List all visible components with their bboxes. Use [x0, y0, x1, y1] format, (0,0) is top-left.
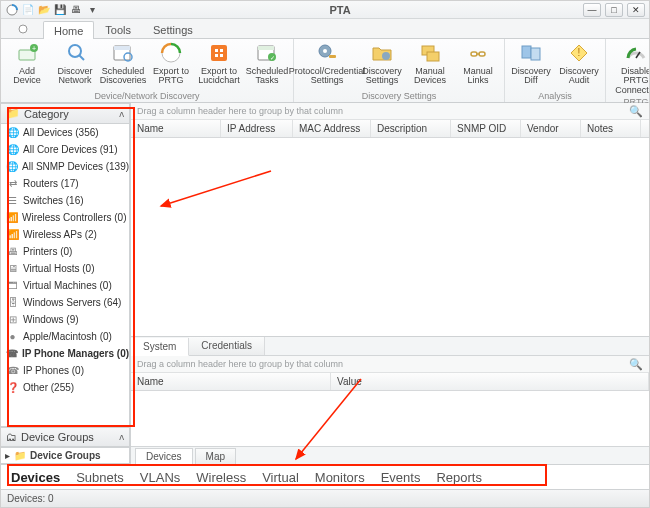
- grid-col[interactable]: MAC Address: [293, 120, 371, 137]
- minimize-button[interactable]: —: [583, 3, 601, 17]
- protocol-credential-button[interactable]: Protocol/Credential Settings: [296, 39, 358, 88]
- svg-rect-13: [220, 49, 223, 52]
- detail-body[interactable]: [131, 391, 649, 446]
- tree-item[interactable]: 🗄Windows Servers (64): [1, 294, 129, 311]
- detail-col-value[interactable]: Value: [331, 373, 649, 390]
- grid-group-hint[interactable]: Drag a column header here to group by th…: [131, 103, 649, 120]
- scheduled-tasks-button[interactable]: ✓Scheduled Tasks: [243, 39, 291, 88]
- tree-item[interactable]: ⇄Routers (17): [1, 175, 129, 192]
- wifi-icon: 📶: [6, 228, 19, 241]
- tree-item-label: Printers (0): [23, 246, 72, 257]
- grid-columns-row: NameIP AddressMAC AddressDescriptionSNMP…: [131, 120, 649, 138]
- svg-rect-29: [522, 46, 531, 58]
- other-icon: ❓: [6, 381, 19, 394]
- discovery-diff-button[interactable]: Discovery Diff: [507, 39, 555, 88]
- close-button[interactable]: ✕: [627, 3, 645, 17]
- tree-item[interactable]: ❓Other (255): [1, 379, 129, 396]
- tree-item[interactable]: 🌐All Core Devices (91): [1, 141, 129, 158]
- bignav-vlans[interactable]: VLANs: [140, 470, 180, 485]
- tree-item[interactable]: 📶Wireless Controllers (0): [1, 209, 129, 226]
- grid-col[interactable]: Vendor: [521, 120, 581, 137]
- sidebar: 📁 Category ʌ 🌐All Devices (356)🌐All Core…: [1, 103, 131, 464]
- category-header[interactable]: 📁 Category ʌ: [1, 103, 130, 124]
- audit-icon: !: [567, 41, 591, 65]
- ribbon-tab-home[interactable]: Home: [43, 21, 94, 39]
- bignav-subnets[interactable]: Subnets: [76, 470, 124, 485]
- discovery-settings-button[interactable]: Discovery Settings: [358, 39, 406, 88]
- expand-icon[interactable]: ▸: [5, 450, 10, 461]
- device-groups-root[interactable]: ▸ 📁 Device Groups: [1, 447, 130, 464]
- folder-gear-icon: [370, 41, 394, 65]
- tree-item[interactable]: ☰Switches (16): [1, 192, 129, 209]
- server-icon: 🗄: [6, 296, 19, 309]
- grid-col[interactable]: IP Address: [221, 120, 293, 137]
- tree-item[interactable]: ⊞Windows (9): [1, 311, 129, 328]
- qat-save-icon[interactable]: 💾: [53, 3, 67, 17]
- detail-tab-credentials[interactable]: Credentials: [189, 337, 265, 355]
- qat-new-icon[interactable]: 📄: [21, 3, 35, 17]
- export-lucidchart-icon: [207, 41, 231, 65]
- maximize-button[interactable]: □: [605, 3, 623, 17]
- qat-dropdown-icon[interactable]: ▾: [85, 3, 99, 17]
- disable-prtg-button[interactable]: Disable PRTG Connector: [608, 39, 650, 97]
- detail-columns-row: Name Value: [131, 373, 649, 391]
- grid-col[interactable]: Notes: [581, 120, 641, 137]
- tree-item[interactable]: ☎IP Phone Managers (0): [1, 345, 129, 362]
- grid-col[interactable]: Description: [371, 120, 451, 137]
- bignav-reports[interactable]: Reports: [436, 470, 482, 485]
- tree-item[interactable]: 📶Wireless APs (2): [1, 226, 129, 243]
- printer-icon: 🖶: [6, 245, 19, 258]
- manual-links-button[interactable]: Manual Links: [454, 39, 502, 88]
- svg-rect-17: [258, 46, 274, 50]
- big-nav: DevicesSubnetsVLANsWirelessVirtualMonito…: [1, 464, 649, 490]
- tree-item[interactable]: 🌐All Devices (356): [1, 124, 129, 141]
- folder-yellow-icon: 📁: [14, 450, 26, 461]
- bignav-events[interactable]: Events: [381, 470, 421, 485]
- vhost-icon: 🖥: [6, 262, 19, 275]
- tree-item[interactable]: 🖥Virtual Hosts (0): [1, 260, 129, 277]
- discover-network-button[interactable]: Discover Network: [51, 39, 99, 88]
- export-prtg-button[interactable]: Export to PRTG: [147, 39, 195, 88]
- bignav-virtual[interactable]: Virtual: [262, 470, 299, 485]
- tree-item[interactable]: 🌐All SNMP Devices (139): [1, 158, 129, 175]
- tree-item[interactable]: 🗔Virtual Machines (0): [1, 277, 129, 294]
- ribbon-group-prtg: Disable PRTG Connector PRTG: [606, 39, 650, 102]
- export-lucidchart-button[interactable]: Export to Lucidchart: [195, 39, 243, 88]
- grid-body[interactable]: [131, 138, 649, 336]
- svg-text:!: !: [578, 47, 581, 58]
- ribbon-tab-strip: Home Tools Settings: [1, 19, 649, 39]
- ribbon-tab-tools[interactable]: Tools: [94, 20, 142, 38]
- bignav-wireless[interactable]: Wireless: [196, 470, 246, 485]
- ribbon-tab-settings[interactable]: Settings: [142, 20, 204, 38]
- globe-icon: 🌐: [6, 126, 19, 139]
- qat-print-icon[interactable]: 🖶: [69, 3, 83, 17]
- discovery-audit-button[interactable]: !Discovery Audit: [555, 39, 603, 88]
- grid-col[interactable]: Name: [131, 120, 221, 137]
- add-device-icon: +: [15, 41, 39, 65]
- svg-point-23: [382, 52, 390, 60]
- manual-devices-button[interactable]: Manual Devices: [406, 39, 454, 88]
- tree-item-label: Wireless APs (2): [23, 229, 97, 240]
- chevron-up-icon: ʌ: [119, 432, 124, 442]
- detail-group-hint[interactable]: Drag a column header here to group by th…: [131, 356, 649, 373]
- status-text: Devices: 0: [7, 493, 54, 504]
- bottom-tab-devices[interactable]: Devices: [135, 448, 193, 464]
- grid-col[interactable]: SNMP OID: [451, 120, 521, 137]
- detail-tab-system[interactable]: System: [131, 338, 189, 356]
- tree-item[interactable]: 🖶Printers (0): [1, 243, 129, 260]
- ribbon-tab-app[interactable]: [7, 20, 43, 38]
- add-device-button[interactable]: +Add Device: [3, 39, 51, 88]
- bignav-monitors[interactable]: Monitors: [315, 470, 365, 485]
- category-tree: 🌐All Devices (356)🌐All Core Devices (91)…: [1, 124, 130, 427]
- svg-point-1: [19, 25, 27, 33]
- bottom-tab-map[interactable]: Map: [195, 448, 236, 464]
- qat-open-icon[interactable]: 📂: [37, 3, 51, 17]
- bignav-devices[interactable]: Devices: [11, 470, 60, 485]
- search-icon[interactable]: 🔍: [629, 358, 643, 371]
- detail-col-name[interactable]: Name: [131, 373, 331, 390]
- search-icon[interactable]: 🔍: [629, 105, 643, 118]
- tree-item[interactable]: ☎IP Phones (0): [1, 362, 129, 379]
- device-groups-header[interactable]: 🗂 Device Groups ʌ: [1, 427, 130, 447]
- scheduled-discoveries-button[interactable]: Scheduled Discoveries: [99, 39, 147, 88]
- tree-item[interactable]: ●Apple/Macintosh (0): [1, 328, 129, 345]
